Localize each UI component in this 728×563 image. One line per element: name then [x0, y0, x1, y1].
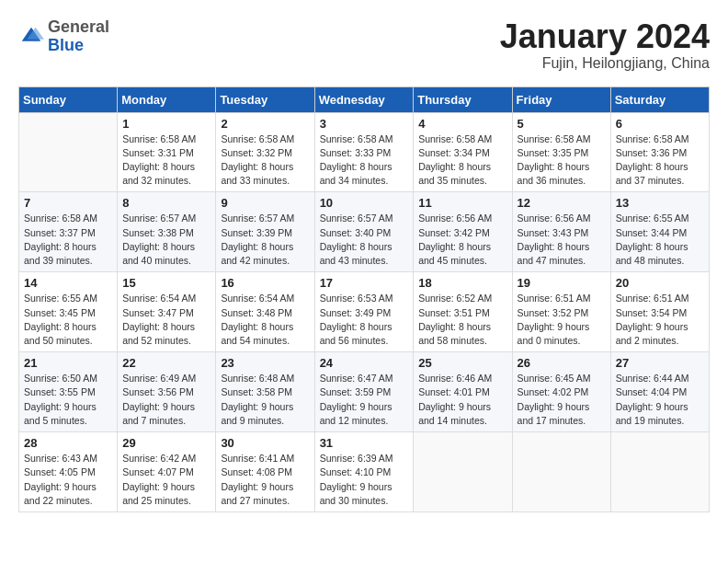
day-number: 22 — [122, 356, 210, 370]
day-number: 1 — [122, 117, 210, 131]
calendar-cell: 18Sunrise: 6:52 AMSunset: 3:51 PMDayligh… — [414, 272, 512, 352]
logo-general-text: General — [48, 17, 109, 36]
calendar-cell: 1Sunrise: 6:58 AMSunset: 3:31 PMDaylight… — [118, 112, 216, 192]
calendar-cell: 27Sunrise: 6:44 AMSunset: 4:04 PMDayligh… — [610, 352, 709, 432]
day-info: Sunrise: 6:49 AMSunset: 3:56 PMDaylight:… — [122, 372, 210, 428]
calendar-cell — [19, 112, 118, 192]
day-number: 15 — [122, 276, 210, 290]
page-header: General Blue January 2024 Fujin, Heilong… — [18, 18, 710, 72]
day-info: Sunrise: 6:57 AMSunset: 3:40 PMDaylight:… — [320, 212, 409, 268]
day-info: Sunrise: 6:46 AMSunset: 4:01 PMDaylight:… — [418, 372, 506, 428]
day-number: 24 — [320, 356, 409, 370]
calendar-cell: 8Sunrise: 6:57 AMSunset: 3:38 PMDaylight… — [118, 192, 216, 272]
day-info: Sunrise: 6:55 AMSunset: 3:44 PMDaylight:… — [616, 212, 704, 268]
day-info: Sunrise: 6:50 AMSunset: 3:55 PMDaylight:… — [24, 372, 112, 428]
day-number: 14 — [24, 276, 112, 290]
day-number: 31 — [320, 436, 409, 450]
day-number: 9 — [221, 196, 309, 210]
calendar-cell: 25Sunrise: 6:46 AMSunset: 4:01 PMDayligh… — [414, 352, 512, 432]
day-number: 6 — [616, 117, 704, 131]
calendar-cell: 26Sunrise: 6:45 AMSunset: 4:02 PMDayligh… — [512, 352, 610, 432]
calendar-cell: 29Sunrise: 6:42 AMSunset: 4:07 PMDayligh… — [118, 432, 216, 512]
day-number: 19 — [518, 276, 606, 290]
day-info: Sunrise: 6:41 AMSunset: 4:08 PMDaylight:… — [221, 452, 309, 508]
calendar-cell: 28Sunrise: 6:43 AMSunset: 4:05 PMDayligh… — [19, 432, 118, 512]
day-info: Sunrise: 6:44 AMSunset: 4:04 PMDaylight:… — [616, 372, 704, 428]
day-info: Sunrise: 6:58 AMSunset: 3:35 PMDaylight:… — [518, 132, 606, 189]
logo-icon — [18, 24, 44, 50]
calendar-cell: 16Sunrise: 6:54 AMSunset: 3:48 PMDayligh… — [216, 272, 314, 352]
day-number: 13 — [616, 196, 704, 210]
day-number: 23 — [221, 356, 309, 370]
month-title: January 2024 — [500, 18, 710, 55]
calendar-cell — [610, 432, 709, 512]
calendar-cell: 19Sunrise: 6:51 AMSunset: 3:52 PMDayligh… — [512, 272, 610, 352]
day-info: Sunrise: 6:52 AMSunset: 3:51 PMDaylight:… — [418, 292, 506, 348]
calendar-cell: 23Sunrise: 6:48 AMSunset: 3:58 PMDayligh… — [216, 352, 314, 432]
day-info: Sunrise: 6:54 AMSunset: 3:48 PMDaylight:… — [221, 292, 309, 348]
day-info: Sunrise: 6:48 AMSunset: 3:58 PMDaylight:… — [221, 372, 309, 428]
day-info: Sunrise: 6:56 AMSunset: 3:43 PMDaylight:… — [518, 212, 606, 268]
calendar-cell: 10Sunrise: 6:57 AMSunset: 3:40 PMDayligh… — [314, 192, 414, 272]
calendar-cell: 7Sunrise: 6:58 AMSunset: 3:37 PMDaylight… — [19, 192, 118, 272]
calendar-cell: 30Sunrise: 6:41 AMSunset: 4:08 PMDayligh… — [216, 432, 314, 512]
calendar-week-row: 7Sunrise: 6:58 AMSunset: 3:37 PMDaylight… — [19, 192, 710, 272]
day-info: Sunrise: 6:39 AMSunset: 4:10 PMDaylight:… — [320, 452, 409, 508]
calendar-week-row: 21Sunrise: 6:50 AMSunset: 3:55 PMDayligh… — [19, 352, 710, 432]
weekday-header-tuesday: Tuesday — [216, 86, 314, 112]
weekday-header-sunday: Sunday — [19, 86, 118, 112]
day-number: 8 — [122, 196, 210, 210]
day-number: 21 — [24, 356, 112, 370]
day-number: 27 — [616, 356, 704, 370]
day-info: Sunrise: 6:53 AMSunset: 3:49 PMDaylight:… — [320, 292, 409, 348]
day-number: 11 — [418, 196, 506, 210]
calendar-cell: 14Sunrise: 6:55 AMSunset: 3:45 PMDayligh… — [19, 272, 118, 352]
weekday-header-row: SundayMondayTuesdayWednesdayThursdayFrid… — [19, 86, 710, 112]
calendar-cell: 9Sunrise: 6:57 AMSunset: 3:39 PMDaylight… — [216, 192, 314, 272]
day-number: 4 — [418, 117, 506, 131]
calendar-cell: 31Sunrise: 6:39 AMSunset: 4:10 PMDayligh… — [314, 432, 414, 512]
weekday-header-friday: Friday — [512, 86, 610, 112]
calendar-table: SundayMondayTuesdayWednesdayThursdayFrid… — [18, 86, 710, 512]
day-number: 16 — [221, 276, 309, 290]
day-info: Sunrise: 6:51 AMSunset: 3:54 PMDaylight:… — [616, 292, 704, 348]
calendar-cell: 17Sunrise: 6:53 AMSunset: 3:49 PMDayligh… — [314, 272, 414, 352]
day-number: 18 — [418, 276, 506, 290]
day-info: Sunrise: 6:55 AMSunset: 3:45 PMDaylight:… — [24, 292, 112, 348]
day-number: 26 — [518, 356, 606, 370]
day-info: Sunrise: 6:57 AMSunset: 3:38 PMDaylight:… — [122, 212, 210, 268]
calendar-week-row: 1Sunrise: 6:58 AMSunset: 3:31 PMDaylight… — [19, 112, 710, 192]
day-info: Sunrise: 6:56 AMSunset: 3:42 PMDaylight:… — [418, 212, 506, 268]
calendar-week-row: 14Sunrise: 6:55 AMSunset: 3:45 PMDayligh… — [19, 272, 710, 352]
weekday-header-thursday: Thursday — [414, 86, 512, 112]
day-number: 2 — [221, 117, 309, 131]
weekday-header-wednesday: Wednesday — [314, 86, 414, 112]
calendar-cell: 20Sunrise: 6:51 AMSunset: 3:54 PMDayligh… — [610, 272, 709, 352]
day-info: Sunrise: 6:58 AMSunset: 3:31 PMDaylight:… — [122, 132, 210, 189]
day-number: 12 — [518, 196, 606, 210]
weekday-header-saturday: Saturday — [610, 86, 709, 112]
day-number: 10 — [320, 196, 409, 210]
calendar-cell: 4Sunrise: 6:58 AMSunset: 3:34 PMDaylight… — [414, 112, 512, 192]
day-info: Sunrise: 6:47 AMSunset: 3:59 PMDaylight:… — [320, 372, 409, 428]
day-info: Sunrise: 6:58 AMSunset: 3:36 PMDaylight:… — [616, 132, 704, 189]
calendar-cell: 6Sunrise: 6:58 AMSunset: 3:36 PMDaylight… — [610, 112, 709, 192]
day-info: Sunrise: 6:58 AMSunset: 3:37 PMDaylight:… — [24, 212, 112, 268]
location-title: Fujin, Heilongjiang, China — [500, 55, 710, 72]
day-info: Sunrise: 6:42 AMSunset: 4:07 PMDaylight:… — [122, 452, 210, 508]
day-number: 28 — [24, 436, 112, 450]
calendar-cell: 12Sunrise: 6:56 AMSunset: 3:43 PMDayligh… — [512, 192, 610, 272]
day-number: 30 — [221, 436, 309, 450]
calendar-cell: 2Sunrise: 6:58 AMSunset: 3:32 PMDaylight… — [216, 112, 314, 192]
day-number: 20 — [616, 276, 704, 290]
title-section: January 2024 Fujin, Heilongjiang, China — [500, 18, 710, 72]
calendar-cell — [512, 432, 610, 512]
calendar-cell: 3Sunrise: 6:58 AMSunset: 3:33 PMDaylight… — [314, 112, 414, 192]
day-number: 7 — [24, 196, 112, 210]
day-number: 3 — [320, 117, 409, 131]
logo-blue-text: Blue — [48, 36, 84, 54]
calendar-cell: 21Sunrise: 6:50 AMSunset: 3:55 PMDayligh… — [19, 352, 118, 432]
calendar-cell: 24Sunrise: 6:47 AMSunset: 3:59 PMDayligh… — [314, 352, 414, 432]
calendar-cell: 22Sunrise: 6:49 AMSunset: 3:56 PMDayligh… — [118, 352, 216, 432]
calendar-cell: 13Sunrise: 6:55 AMSunset: 3:44 PMDayligh… — [610, 192, 709, 272]
